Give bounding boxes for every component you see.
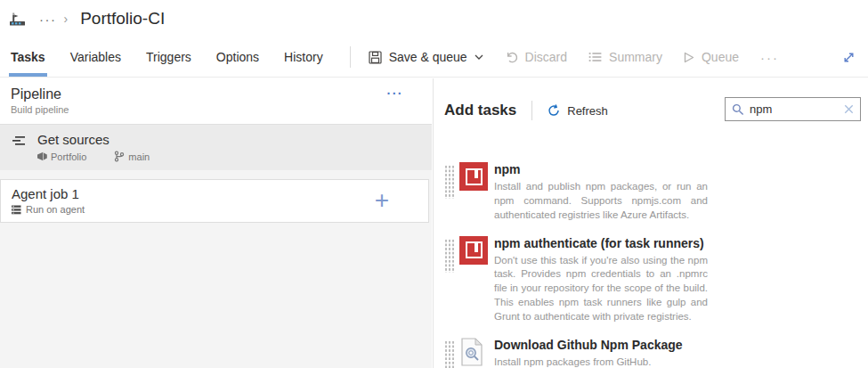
document-search-icon — [459, 338, 488, 366]
play-icon — [684, 52, 694, 63]
refresh-icon — [548, 104, 560, 117]
refresh-label: Refresh — [567, 104, 608, 118]
agent-job-title: Agent job 1 — [12, 186, 85, 201]
tab-triggers[interactable]: Triggers — [144, 37, 193, 77]
pipeline-more-button[interactable]: ··· — [371, 86, 420, 101]
save-queue-button[interactable]: Save & queue — [369, 50, 483, 64]
pipeline-title: Pipeline — [11, 86, 69, 102]
get-sources-title: Get sources — [37, 132, 150, 147]
drag-handle[interactable] — [444, 239, 454, 273]
save-queue-label: Save & queue — [389, 50, 467, 64]
breadcrumb: ··· › Portfolio-CI — [0, 0, 868, 37]
pipeline-editor-window: ··· › Portfolio-CI Tasks Variables Trigg… — [0, 0, 868, 368]
drag-handle[interactable] — [444, 165, 454, 199]
branch-icon — [114, 151, 125, 162]
clear-search-icon[interactable] — [844, 104, 854, 114]
pipeline-tree-body: Get sources Portfolio — [0, 125, 432, 368]
pipeline-subtitle: Build pipeline — [11, 104, 69, 115]
task-name: npm authenticate (for task runners) — [494, 236, 708, 250]
undo-icon — [505, 51, 518, 63]
get-sources-row[interactable]: Get sources Portfolio — [0, 125, 432, 170]
build-pipeline-icon — [9, 11, 27, 27]
task-name: Download Github Npm Package — [494, 338, 708, 352]
queue-button[interactable]: Queue — [684, 50, 739, 64]
drag-handle[interactable] — [444, 340, 454, 368]
task-item-npm[interactable]: npm Install and publish npm packages, or… — [444, 162, 868, 223]
search-icon — [732, 103, 744, 116]
add-tasks-title: Add tasks — [444, 102, 516, 119]
summary-label: Summary — [609, 50, 662, 64]
add-tasks-panel: Add tasks Refresh — [433, 78, 868, 368]
save-icon — [369, 51, 382, 64]
task-description: Don't use this task if you're also using… — [494, 254, 708, 324]
npm-logo-icon — [459, 236, 488, 265]
task-item-npm-authenticate[interactable]: npm authenticate (for task runners) Don'… — [444, 236, 868, 324]
tab-variables[interactable]: Variables — [69, 37, 123, 77]
search-input[interactable] — [750, 102, 839, 116]
agent-job-subtitle: Run on agent — [26, 204, 85, 215]
agent-server-icon — [12, 205, 21, 215]
azure-devops-repo-icon — [37, 151, 47, 161]
discard-button[interactable]: Discard — [505, 50, 567, 64]
tab-bar: Tasks Variables Triggers Options History… — [0, 37, 868, 78]
toolbar-more-button[interactable]: ··· — [760, 50, 779, 65]
repo-name: Portfolio — [51, 151, 86, 162]
summary-button[interactable]: Summary — [588, 50, 662, 64]
discard-label: Discard — [525, 50, 567, 64]
tab-history[interactable]: History — [282, 37, 325, 77]
npm-logo-icon — [459, 162, 488, 191]
queue-label: Queue — [702, 50, 739, 64]
task-catalog-list: npm Install and publish npm packages, or… — [434, 162, 868, 368]
header-divider — [531, 101, 532, 120]
agent-job-row[interactable]: Agent job 1 Run on — [0, 179, 429, 223]
fullscreen-expand-icon[interactable] — [842, 51, 859, 64]
toolbar-divider — [350, 46, 351, 68]
pipeline-root-row[interactable]: Pipeline Build pipeline ··· — [0, 78, 432, 125]
task-description: Install npm packages from GitHub. — [494, 356, 708, 368]
sources-list-icon — [12, 135, 26, 162]
task-name: npm — [494, 162, 708, 176]
breadcrumb-chevron-icon: › — [64, 12, 69, 26]
page-title: Portfolio-CI — [80, 9, 165, 29]
pipeline-tree-panel: Pipeline Build pipeline ··· Get sources — [0, 78, 432, 368]
task-item-download-github-npm[interactable]: Download Github Npm Package Install npm … — [444, 338, 868, 368]
tab-tasks[interactable]: Tasks — [9, 37, 47, 77]
task-description: Install and publish npm packages, or run… — [494, 180, 708, 223]
breadcrumb-more-button[interactable]: ··· — [36, 12, 61, 27]
add-task-plus-button[interactable]: + — [375, 192, 389, 209]
list-icon — [588, 52, 602, 62]
task-search-box — [725, 97, 861, 121]
chevron-down-icon — [475, 54, 483, 60]
refresh-button[interactable]: Refresh — [548, 104, 608, 118]
tab-options[interactable]: Options — [215, 37, 261, 77]
branch-name: main — [128, 151, 150, 162]
